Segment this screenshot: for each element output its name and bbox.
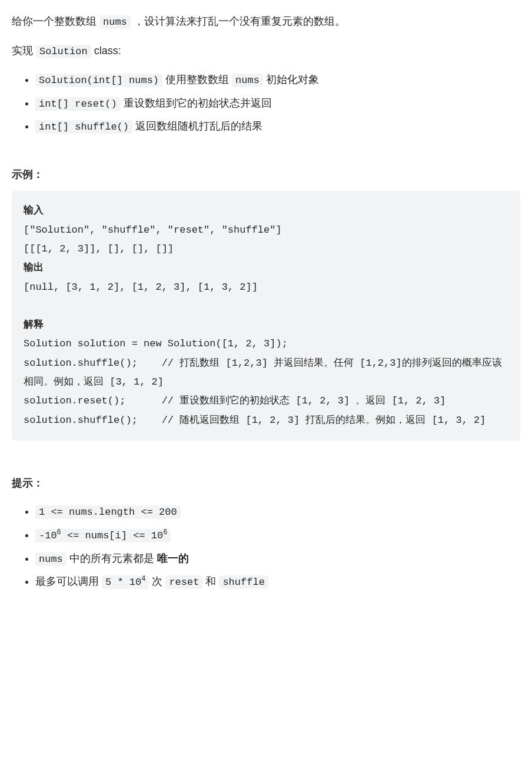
method-code: int[] shuffle() — [35, 120, 132, 134]
hint-text: -10 — [39, 530, 57, 541]
example-explain-line2: solution.shuffle(); // 打乱数组 [1,2,3] 并返回结… — [24, 358, 502, 388]
intro-code-solution: Solution — [36, 45, 91, 58]
problem-intro-line2: 实现 Solution class: — [12, 41, 520, 61]
hint-text: <= nums[i] <= 10 — [61, 530, 163, 541]
input-label: 输入 — [24, 205, 44, 216]
example-heading: 示例： — [12, 165, 520, 184]
list-item: int[] reset() 重设数组到它的初始状态并返回 — [35, 94, 520, 114]
hints-list: 1 <= nums.length <= 200 -106 <= nums[i] … — [12, 502, 520, 591]
hint-text: 最多可以调用 — [35, 575, 102, 587]
list-item: Solution(int[] nums) 使用整数数组 nums 初始化对象 — [35, 70, 520, 90]
hint-code: shuffle — [219, 575, 268, 589]
example-explain-line1: Solution solution = new Solution([1, 2, … — [24, 338, 288, 349]
method-inner-code: nums — [232, 74, 263, 87]
output-label: 输出 — [24, 262, 44, 273]
example-input-line2: [[[1, 2, 3]], [], [], []] — [24, 243, 174, 254]
methods-list: Solution(int[] nums) 使用整数数组 nums 初始化对象 i… — [12, 70, 520, 137]
hint-code: reset — [165, 575, 202, 589]
intro-text: 给你一个整数数组 — [12, 15, 99, 27]
example-block: 输入 ["Solution", "shuffle", "reset", "shu… — [12, 191, 520, 441]
example-output-line: [null, [3, 1, 2], [1, 2, 3], [1, 3, 2]] — [24, 282, 258, 293]
list-item: -106 <= nums[i] <= 106 — [35, 525, 520, 545]
hints-heading: 提示： — [12, 474, 520, 492]
intro-text-suffix: ，设计算法来打乱一个没有重复元素的数组。 — [131, 15, 345, 27]
hint-text: 和 — [202, 575, 219, 587]
superscript: 6 — [57, 528, 61, 537]
method-text: 使用整数数组 — [162, 74, 232, 85]
method-text: 返回数组随机打乱后的结果 — [132, 120, 262, 132]
list-item: 1 <= nums.length <= 200 — [35, 502, 520, 522]
explain-label: 解释 — [24, 319, 44, 330]
intro-text2-prefix: 实现 — [12, 45, 36, 57]
hint-text: 中的所有元素都是 — [66, 552, 157, 564]
example-input-line1: ["Solution", "shuffle", "reset", "shuffl… — [24, 224, 282, 236]
hint-text: 5 * 10 — [105, 577, 141, 588]
list-item: 最多可以调用 5 * 104 次 reset 和 shuffle — [35, 572, 520, 592]
hint-code: 1 <= nums.length <= 200 — [35, 505, 181, 519]
list-item: int[] shuffle() 返回数组随机打乱后的结果 — [35, 117, 520, 137]
hint-text: 次 — [149, 575, 165, 587]
example-explain-line3: solution.reset(); // 重设数组到它的初始状态 [1, 2, … — [24, 395, 445, 406]
intro-code-nums: nums — [99, 15, 131, 29]
method-text: 重设数组到它的初始状态并返回 — [121, 97, 272, 109]
hint-code: nums — [35, 552, 66, 566]
method-code: int[] reset() — [35, 97, 121, 111]
list-item: nums 中的所有元素都是 唯一的 — [35, 549, 520, 569]
hint-code: 5 * 104 — [102, 575, 149, 589]
superscript: 4 — [141, 575, 145, 583]
superscript: 6 — [163, 528, 167, 537]
hint-code: -106 <= nums[i] <= 106 — [35, 529, 171, 542]
method-code: Solution(int[] nums) — [35, 74, 162, 87]
method-text-suffix: 初始化对象 — [263, 74, 319, 85]
hint-bold: 唯一的 — [157, 552, 189, 564]
example-explain-line4: solution.shuffle(); // 随机返回数组 [1, 2, 3] … — [24, 415, 486, 426]
intro-text2-suffix: class: — [91, 45, 121, 57]
problem-intro-line1: 给你一个整数数组 nums ，设计算法来打乱一个没有重复元素的数组。 — [12, 12, 520, 32]
